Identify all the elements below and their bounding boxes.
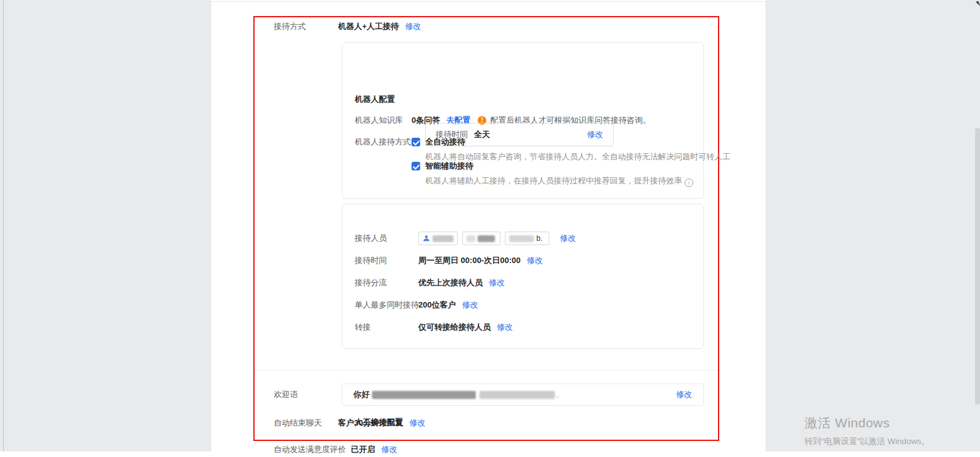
staff-row: 接待人员 b. 修改 bbox=[355, 232, 576, 245]
manual-time-value: 周一至周日 00:00-次日00:00 bbox=[418, 255, 520, 266]
full-auto-checkbox[interactable] bbox=[412, 138, 420, 146]
routing-label: 接待分流 bbox=[355, 277, 418, 288]
routing-value: 优先上次接待人员 bbox=[418, 277, 483, 288]
manual-config-card: 人工接待配置 接待人员 b. 修改 接待时间 周一至周日 00:00-次日00:… bbox=[342, 204, 704, 349]
user-icon bbox=[423, 235, 430, 242]
right-gray-panel bbox=[766, 0, 980, 451]
section-divider bbox=[255, 370, 718, 371]
reception-method-row: 接待方式 机器人+人工接待 修改 bbox=[274, 22, 421, 31]
reception-method-label: 接待方式 bbox=[274, 21, 338, 32]
watermark-subtitle: 转到“电脑设置”以激活 Windows。 bbox=[805, 436, 930, 447]
content-top-divider bbox=[211, 1, 766, 2]
transfer-label: 转接 bbox=[355, 322, 418, 333]
redacted-name bbox=[509, 235, 534, 242]
reception-time-edit-link[interactable]: 修改 bbox=[587, 129, 603, 140]
welcome-label-row: 欢迎语 bbox=[274, 390, 298, 400]
robot-config-card: 机器人配置 机器人知识库 0条问答 去配置 配置后机器人才可根据知识库问答接待咨… bbox=[342, 42, 704, 199]
max-concurrent-row: 单人最多同时接待 200位客户 修改 bbox=[355, 300, 478, 310]
satisfaction-row: 自动发送满意度评价 已开启 修改 bbox=[274, 445, 397, 455]
staff-chip: b. bbox=[505, 232, 549, 245]
staff-chip bbox=[418, 232, 458, 245]
manual-time-edit-link[interactable]: 修改 bbox=[526, 255, 543, 266]
reception-method-edit-link[interactable]: 修改 bbox=[405, 21, 421, 32]
welcome-faint-tail: 。 bbox=[556, 389, 564, 400]
transfer-edit-link[interactable]: 修改 bbox=[497, 322, 513, 333]
routing-row: 接待分流 优先上次接待人员 修改 bbox=[355, 278, 505, 288]
knowledge-base-label: 机器人知识库 bbox=[355, 115, 412, 126]
auto-end-value: 客户30分钟未回复 bbox=[338, 417, 403, 429]
robot-card-title: 机器人配置 bbox=[355, 94, 395, 105]
manual-time-label: 接待时间 bbox=[355, 255, 418, 266]
robot-mode-label: 机器人接待方式 bbox=[355, 136, 412, 148]
max-concurrent-label: 单人最多同时接待 bbox=[355, 300, 418, 311]
redacted-name bbox=[478, 235, 495, 242]
auto-end-edit-link[interactable]: 修改 bbox=[409, 417, 425, 429]
smart-assist-row: 智能辅助接待 bbox=[412, 161, 473, 171]
windows-activation-watermark: 激活 Windows 转到“电脑设置”以激活 Windows。 bbox=[805, 414, 930, 447]
smart-assist-desc-text: 机器人将辅助人工接待，在接待人员接待过程中推荐回复，提升接待效率 bbox=[425, 176, 682, 185]
satisfaction-label: 自动发送满意度评价 bbox=[274, 444, 351, 455]
max-concurrent-value: 200位客户 bbox=[418, 300, 456, 311]
left-gray-panel bbox=[0, 0, 211, 451]
routing-edit-link[interactable]: 修改 bbox=[489, 277, 505, 288]
auto-end-row: 自动结束聊天 客户30分钟未回复 修改 bbox=[274, 418, 425, 428]
scrollbar-thumb[interactable] bbox=[975, 128, 980, 405]
welcome-label: 欢迎语 bbox=[274, 389, 298, 400]
staff-label: 接待人员 bbox=[355, 233, 418, 244]
staff-chip-suffix: b. bbox=[536, 234, 543, 243]
redacted-welcome-text bbox=[372, 391, 476, 399]
satisfaction-edit-link[interactable]: 修改 bbox=[381, 444, 397, 455]
reception-time-value: 全天 bbox=[474, 129, 490, 140]
window-edge-line bbox=[3, 0, 4, 451]
reception-time-label: 接待时间 bbox=[436, 129, 468, 140]
staff-chip bbox=[462, 232, 501, 245]
settings-page: 激活 Windows 转到“电脑设置”以激活 Windows。 接待方式 机器人… bbox=[0, 0, 980, 457]
redacted-name bbox=[467, 235, 475, 242]
smart-assist-checkbox[interactable] bbox=[412, 162, 420, 170]
welcome-edit-link[interactable]: 修改 bbox=[676, 389, 692, 400]
max-concurrent-edit-link[interactable]: 修改 bbox=[462, 300, 478, 311]
auto-end-label: 自动结束聊天 bbox=[274, 417, 338, 429]
transfer-row: 转接 仅可转接给接待人员 修改 bbox=[355, 322, 513, 332]
staff-edit-link[interactable]: 修改 bbox=[560, 233, 576, 244]
auto-reception-time-box: 接待时间 全天 修改 bbox=[425, 123, 614, 146]
welcome-visible-text: 你好 bbox=[353, 389, 370, 400]
redacted-name bbox=[433, 235, 454, 242]
info-icon bbox=[685, 178, 693, 187]
welcome-message-box: 你好 。 修改 bbox=[342, 384, 704, 406]
redacted-welcome-text bbox=[479, 391, 555, 399]
satisfaction-value: 已开启 bbox=[351, 444, 375, 455]
reception-method-value: 机器人+人工接待 bbox=[338, 21, 399, 32]
smart-assist-label: 智能辅助接待 bbox=[425, 161, 473, 172]
transfer-value: 仅可转接给接待人员 bbox=[418, 322, 491, 333]
manual-time-row: 接待时间 周一至周日 00:00-次日00:00 修改 bbox=[355, 256, 543, 266]
watermark-title: 激活 Windows bbox=[805, 414, 930, 432]
smart-assist-desc: 机器人将辅助人工接待，在接待人员接待过程中推荐回复，提升接待效率 bbox=[425, 175, 693, 187]
